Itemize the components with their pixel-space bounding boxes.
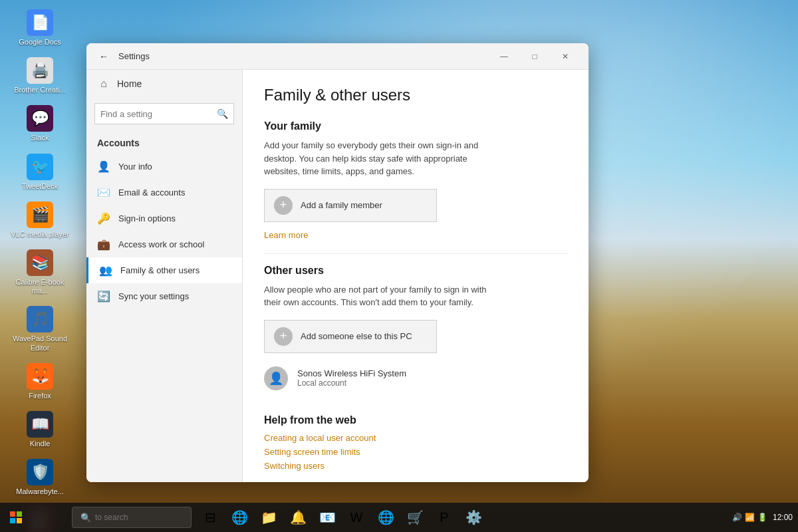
home-label: Home [117,78,142,89]
help-links: Creating a local user accountSetting scr… [264,433,567,471]
icon-label-calibre: Calibre E-book ma... [9,278,70,295]
battery-icon: 🔋 [757,513,767,522]
add-someone-icon: + [274,327,293,346]
icon-label-tweetdeck: TweetDeck [22,182,58,191]
title-bar: ← Settings — □ ✕ [86,43,589,70]
other-users-desc: Allow people who are not part of your fa… [264,283,490,309]
user-item[interactable]: 👤 Sonos Wireless HiFi System Local accou… [264,361,567,396]
sidebar-item-family-users[interactable]: 👥 Family & other users [86,257,242,283]
icon-label-malwarebytes: Malwarebyte... [16,487,64,496]
user-sub: Local account [297,378,406,388]
sidebar-item-sign-in[interactable]: 🔑 Sign-in options [86,205,242,231]
desktop-icon-tweetdeck[interactable]: 🐦 TweetDeck [7,150,73,195]
sidebar-label-email-accounts: Email & accounts [118,188,185,198]
sidebar-icon-your-info: 👤 [97,160,110,173]
help-link-0[interactable]: Creating a local user account [264,433,567,443]
icon-image-firefox: 🦊 [27,363,53,390]
icon-image-calibre: 📚 [27,249,53,276]
user-avatar: 👤 [264,366,288,390]
taskbar-app-6[interactable]: 🌐 [372,504,399,531]
sidebar-item-email-accounts[interactable]: ✉️ Email & accounts [86,180,242,205]
desktop-icon-wavepad[interactable]: 🎵 WavePad Sound Editor [7,302,73,356]
icon-image-slack: 💬 [27,105,53,132]
sidebar: ⌂ Home 🔍 Accounts 👤 Your info ✉️ Email &… [86,70,243,482]
svg-rect-1 [17,511,22,517]
svg-rect-3 [17,518,22,523]
desktop-icons: 📄 Google Docs 🖨️ Brother Creati... 💬 Sla… [0,0,80,505]
desktop-icon-brother-creative[interactable]: 🖨️ Brother Creati... [7,53,73,98]
volume-icon[interactable]: 🔊 [732,513,742,522]
taskbar-search-input[interactable] [95,513,183,522]
sidebar-label-your-info: Your info [118,162,152,172]
sidebar-home[interactable]: ⌂ Home [86,70,242,98]
taskbar: 🔍 ⊟🌐📁🔔📧W🌐🛒P⚙️ 🔊 📶 🔋 12:00 [0,503,798,532]
your-family-desc: Add your family so everybody gets their … [264,139,490,178]
icon-image-vlc: 🎬 [27,201,53,228]
desktop-icon-kindle[interactable]: 📖 Kindle [7,407,73,452]
taskbar-right: 🔊 📶 🔋 12:00 [732,513,798,522]
taskbar-app-1[interactable]: 🌐 [226,504,253,531]
sidebar-label-sync-settings: Sync your settings [118,291,189,301]
sidebar-icon-sync-settings: 🔄 [97,290,110,303]
icon-image-malwarebytes: 🛡️ [27,459,53,485]
desktop-icon-slack[interactable]: 💬 Slack [7,101,73,146]
desktop-icon-google-docs[interactable]: 📄 Google Docs [7,5,73,51]
taskbar-app-2[interactable]: 📁 [255,504,282,531]
help-link-2[interactable]: Switching users [264,461,567,471]
sidebar-item-your-info[interactable]: 👤 Your info [86,154,242,180]
icon-label-brother-creative: Brother Creati... [14,86,66,94]
user-name: Sonos Wireless HiFi System [297,368,406,378]
help-link-1[interactable]: Setting screen time limits [264,447,567,457]
network-icon[interactable]: 📶 [745,513,755,522]
icon-label-slack: Slack [31,134,49,142]
add-family-button[interactable]: + Add a family member [264,189,437,222]
home-icon: ⌂ [97,78,110,90]
maximize-button[interactable]: □ [519,43,550,70]
window-controls: — □ ✕ [489,43,581,70]
sidebar-icon-email-accounts: ✉️ [97,186,110,199]
icon-label-wavepad: WavePad Sound Editor [9,334,70,352]
sidebar-item-access-work[interactable]: 💼 Access work or school [86,231,242,257]
taskbar-search-box[interactable]: 🔍 [72,507,192,528]
section-divider [264,253,567,254]
taskbar-app-3[interactable]: 🔔 [285,504,311,531]
close-button[interactable]: ✕ [550,43,581,70]
icon-label-firefox: Firefox [29,392,51,400]
help-section: Help from the web Creating a local user … [264,414,567,471]
add-someone-label: Add someone else to this PC [301,331,412,341]
back-button[interactable]: ← [94,47,113,66]
page-title: Family & other users [264,86,567,104]
add-family-icon: + [274,196,293,215]
icon-label-vlc: VLC media player [11,230,68,239]
your-family-section: Your family Add your family so everybody… [264,120,567,240]
desktop-icon-vlc[interactable]: 🎬 VLC media player [7,198,73,243]
other-users-section: Other users Allow people who are not par… [264,265,567,396]
your-family-title: Your family [264,120,567,132]
desktop-icon-calibre[interactable]: 📚 Calibre E-book ma... [7,245,73,299]
window-body: ⌂ Home 🔍 Accounts 👤 Your info ✉️ Email &… [86,70,589,482]
desktop-icon-malwarebytes[interactable]: 🛡️ Malwarebyte... [7,455,73,500]
search-box[interactable]: 🔍 [94,103,234,124]
taskbar-app-7[interactable]: 🛒 [402,504,428,531]
desktop: 📄 Google Docs 🖨️ Brother Creati... 💬 Sla… [0,0,798,532]
desktop-icon-firefox[interactable]: 🦊 Firefox [7,359,73,404]
taskbar-app-5[interactable]: W [343,504,370,531]
taskbar-app-0[interactable]: ⊟ [197,504,223,531]
taskbar-app-9[interactable]: ⚙️ [460,504,487,531]
clock: 12:00 [773,513,793,522]
icon-image-brother-creative: 🖨️ [27,57,53,84]
add-family-label: Add a family member [301,200,382,210]
add-someone-button[interactable]: + Add someone else to this PC [264,320,437,353]
taskbar-app-4[interactable]: 📧 [314,504,340,531]
icon-label-kindle: Kindle [30,440,51,448]
sidebar-item-sync-settings[interactable]: 🔄 Sync your settings [86,283,242,309]
svg-rect-0 [10,511,15,517]
svg-rect-2 [10,518,15,523]
start-button[interactable] [0,503,32,532]
help-title: Help from the web [264,414,567,426]
search-input[interactable] [100,109,217,119]
icon-image-kindle: 📖 [27,411,53,438]
minimize-button[interactable]: — [489,43,519,70]
learn-more-link[interactable]: Learn more [264,230,567,240]
taskbar-app-8[interactable]: P [431,504,458,531]
